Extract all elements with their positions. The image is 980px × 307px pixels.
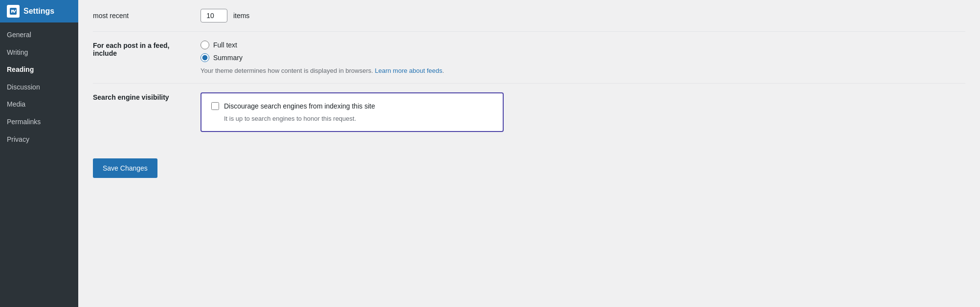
sidebar-item-general[interactable]: General (0, 26, 78, 44)
most-recent-label: most recent (93, 12, 200, 20)
wordpress-icon (7, 5, 20, 18)
sidebar-item-writing[interactable]: Writing (0, 44, 78, 62)
items-text: items (233, 12, 249, 20)
search-visibility-box: Discourage search engines from indexing … (200, 92, 504, 132)
sidebar-item-reading[interactable]: Reading (0, 61, 78, 79)
feed-row: For each post in a feed, include Full te… (93, 32, 965, 84)
feed-description: Your theme determines how content is dis… (200, 67, 965, 74)
sidebar-item-privacy[interactable]: Privacy (0, 131, 78, 149)
sidebar-item-permalinks[interactable]: Permalinks (0, 113, 78, 131)
chevron-icon (67, 8, 71, 14)
most-recent-row: most recent items (93, 0, 965, 32)
save-row: Save Changes (93, 141, 965, 178)
most-recent-input[interactable] (200, 9, 227, 22)
search-visibility-control: Discourage search engines from indexing … (200, 92, 965, 132)
most-recent-control: items (200, 9, 965, 22)
full-text-option[interactable]: Full text (200, 41, 965, 49)
sidebar-nav: General Writing Reading Discussion Media… (0, 22, 78, 152)
discourage-engines-option[interactable]: Discourage search engines from indexing … (211, 102, 493, 110)
discourage-engines-checkbox[interactable] (211, 102, 219, 110)
sidebar-item-media[interactable]: Media (0, 96, 78, 113)
sidebar-header: Settings (0, 0, 78, 22)
save-changes-button[interactable]: Save Changes (93, 158, 157, 178)
feed-label: For each post in a feed, include (93, 41, 200, 57)
feed-control: Full text Summary Your theme determines … (200, 41, 965, 74)
main-content: most recent items For each post in a fee… (78, 0, 980, 307)
sidebar: Settings General Writing Reading Discuss… (0, 0, 78, 307)
summary-radio[interactable] (200, 53, 209, 62)
search-visibility-label: Search engine visibility (93, 92, 200, 101)
summary-option[interactable]: Summary (200, 53, 965, 62)
sidebar-title: Settings (23, 7, 54, 16)
feed-radio-group: Full text Summary (200, 41, 965, 62)
full-text-radio[interactable] (200, 41, 209, 49)
learn-more-link[interactable]: Learn more about feeds (375, 67, 443, 74)
sidebar-item-discussion[interactable]: Discussion (0, 79, 78, 96)
visibility-note: It is up to search engines to honor this… (224, 115, 493, 122)
search-visibility-row: Search engine visibility Discourage sear… (93, 84, 965, 141)
